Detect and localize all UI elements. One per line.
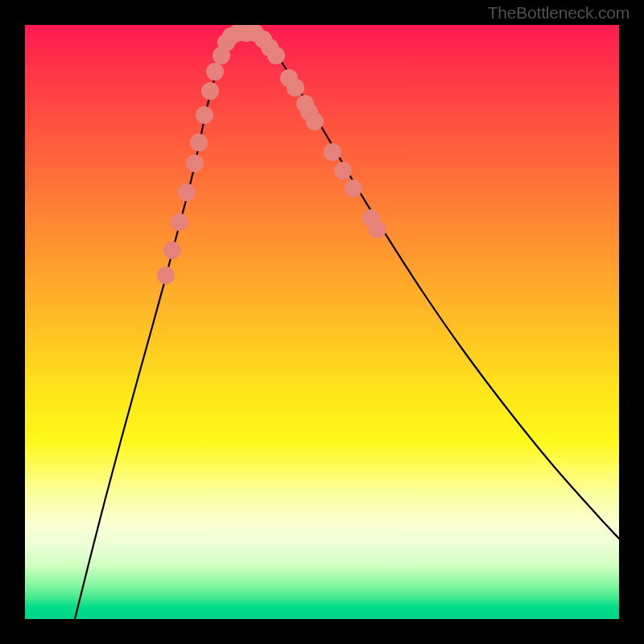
highlight-dot	[171, 213, 188, 231]
highlight-dot	[186, 155, 204, 172]
highlight-dot	[334, 162, 352, 180]
highlight-dot	[267, 47, 285, 64]
plot-area	[25, 25, 619, 619]
highlight-dot	[163, 242, 181, 259]
highlight-dots	[157, 25, 386, 284]
bottleneck-curve	[75, 32, 619, 619]
highlight-dot	[369, 221, 386, 238]
highlight-dot	[196, 106, 213, 124]
highlight-dot	[178, 184, 196, 201]
chart-frame: TheBottleneck.com	[0, 0, 644, 644]
highlight-dot	[157, 266, 175, 284]
highlight-dot	[206, 63, 224, 80]
highlight-dot	[345, 180, 362, 197]
highlight-dot	[201, 82, 219, 100]
curve-layer	[25, 25, 619, 619]
attribution-label: TheBottleneck.com	[488, 3, 630, 23]
highlight-dot	[324, 143, 341, 161]
highlight-dot	[306, 113, 324, 130]
highlight-dot	[190, 134, 208, 151]
highlight-dot	[287, 79, 304, 97]
